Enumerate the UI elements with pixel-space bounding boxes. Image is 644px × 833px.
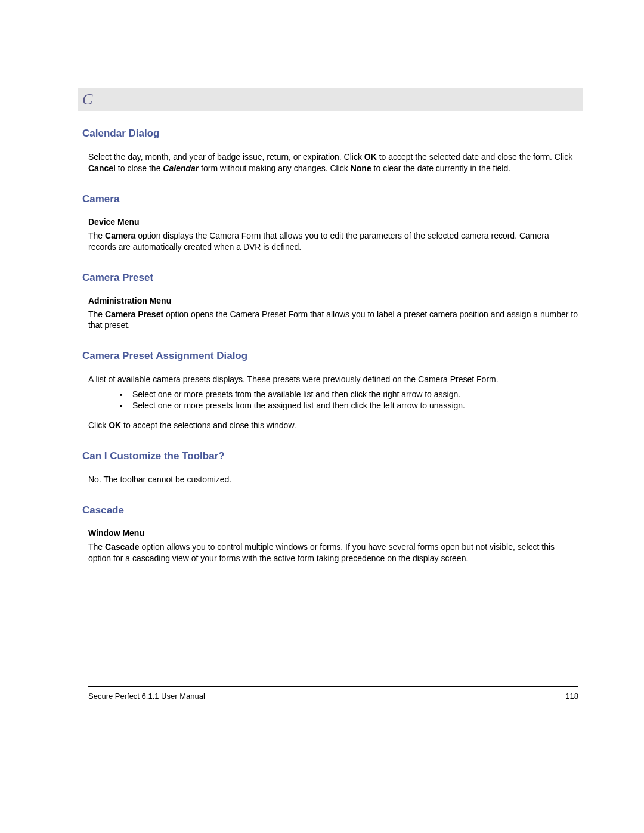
list-item: Select one or more presets from the avai… — [129, 389, 578, 400]
section-customize-toolbar: Can I Customize the Toolbar? No. The too… — [82, 450, 578, 485]
heading-cascade: Cascade — [82, 504, 578, 516]
heading-camera-preset-assignment: Camera Preset Assignment Dialog — [82, 350, 578, 362]
paragraph: A list of available camera presets displ… — [88, 374, 578, 385]
section-cascade: Cascade Window Menu The Cascade option a… — [82, 504, 578, 564]
section-header-bar: C — [78, 88, 583, 111]
section-camera: Camera Device Menu The Camera option dis… — [82, 193, 578, 253]
footer-title: Secure Perfect 6.1.1 User Manual — [88, 692, 205, 701]
section-calendar-dialog: Calendar Dialog Select the day, month, a… — [82, 128, 578, 174]
heading-camera-preset: Camera Preset — [82, 272, 578, 284]
paragraph: The Camera Preset option opens the Camer… — [88, 309, 578, 332]
section-camera-preset-assignment: Camera Preset Assignment Dialog A list o… — [82, 350, 578, 431]
subheading-window-menu: Window Menu — [88, 528, 578, 538]
paragraph: The Camera option displays the Camera Fo… — [88, 230, 578, 253]
document-page: C Calendar Dialog Select the day, month,… — [0, 0, 644, 564]
paragraph: Select the day, month, and year of badge… — [88, 151, 578, 174]
paragraph: Click OK to accept the selections and cl… — [88, 420, 578, 431]
page-number: 118 — [565, 692, 578, 701]
heading-calendar-dialog: Calendar Dialog — [82, 128, 578, 140]
subheading-device-menu: Device Menu — [88, 217, 578, 227]
heading-camera: Camera — [82, 193, 578, 205]
bullet-list: Select one or more presets from the avai… — [129, 389, 578, 411]
section-letter: C — [82, 91, 92, 108]
paragraph: The Cascade option allows you to control… — [88, 541, 578, 564]
page-footer: Secure Perfect 6.1.1 User Manual 118 — [88, 686, 578, 701]
subheading-administration-menu: Administration Menu — [88, 296, 578, 305]
paragraph: No. The toolbar cannot be customized. — [88, 474, 578, 485]
list-item: Select one or more presets from the assi… — [129, 400, 578, 411]
section-camera-preset: Camera Preset Administration Menu The Ca… — [82, 272, 578, 332]
heading-customize-toolbar: Can I Customize the Toolbar? — [82, 450, 578, 462]
